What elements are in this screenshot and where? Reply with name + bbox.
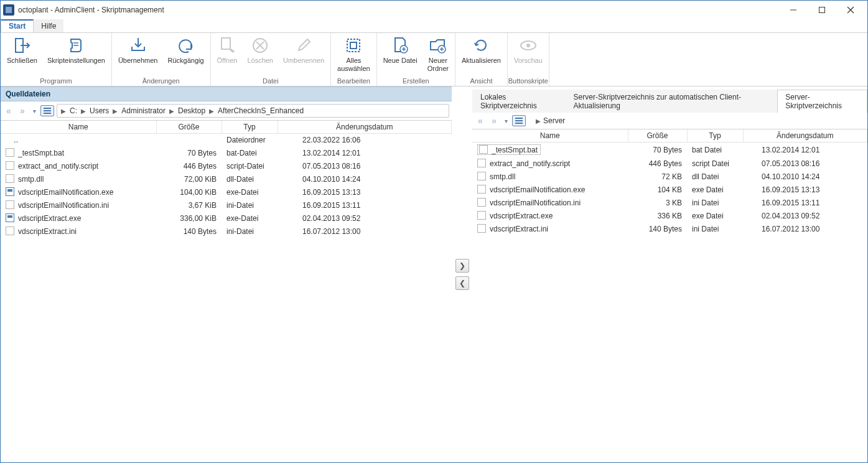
file-icon bbox=[6, 200, 14, 209]
nav-forward-far-icon[interactable]: » bbox=[17, 105, 28, 116]
select-all-button[interactable]: Allesauswählen bbox=[332, 34, 375, 73]
left-navbar: « » ▾ ▶ C: ▶ Users ▶ Administrator ▶ Des… bbox=[1, 101, 452, 121]
file-icon bbox=[477, 185, 486, 194]
col-date[interactable]: Änderungsdatum bbox=[278, 121, 452, 134]
group-program-label: Programm bbox=[1, 77, 111, 86]
file-row[interactable]: smtp.dll72 KBdll Datei04.10.2010 14:24 bbox=[472, 170, 867, 183]
right-navbar: « » ▾ ▶ Server bbox=[472, 113, 867, 129]
group-create-label: Erstellen bbox=[377, 77, 455, 86]
file-row[interactable]: vdscriptExtract.ini140 Bytesini-Datei16.… bbox=[1, 225, 452, 238]
file-row[interactable]: vdscriptEmailNotification.ini3 KBini Dat… bbox=[472, 196, 867, 209]
close-button[interactable] bbox=[836, 1, 865, 19]
new-folder-button[interactable]: NeuerOrdner bbox=[422, 34, 454, 73]
file-icon bbox=[477, 198, 486, 207]
nav-history-dropdown[interactable]: ▾ bbox=[30, 105, 38, 116]
col-name[interactable]: Name bbox=[472, 129, 628, 143]
file-icon bbox=[477, 159, 486, 167]
left-filelist[interactable]: Name Größe Typ Änderungsdatum .. Dateior… bbox=[1, 121, 452, 462]
refresh-button[interactable]: Aktualisieren bbox=[457, 34, 506, 66]
transfer-column: ❯ ❮ bbox=[452, 87, 472, 462]
tab-server-auto[interactable]: Server-Skriptverzeichnis zur automatisch… bbox=[566, 90, 778, 113]
group-edit-label: Bearbeiten bbox=[331, 77, 376, 86]
view-list-toggle[interactable] bbox=[40, 105, 54, 116]
target-pane: Lokales Skriptverzeichnis Server-Skriptv… bbox=[472, 87, 867, 462]
undo-icon bbox=[176, 35, 196, 55]
file-icon bbox=[6, 148, 14, 157]
nav-back-far-icon[interactable]: « bbox=[475, 115, 486, 126]
file-row[interactable]: _testSmpt.bat70 Bytesbat Datei13.02.2014… bbox=[472, 143, 867, 157]
col-type[interactable]: Typ bbox=[687, 129, 743, 143]
nav-back-far-icon[interactable]: « bbox=[3, 105, 14, 116]
close-script-button[interactable]: Schließen bbox=[2, 34, 42, 66]
group-changes-label: Änderungen bbox=[112, 77, 210, 86]
file-icon bbox=[6, 187, 14, 196]
file-row[interactable]: vdscriptEmailNotification.ini3,67 KiBini… bbox=[1, 199, 452, 212]
col-name[interactable]: Name bbox=[1, 121, 156, 134]
file-row[interactable]: vdscriptEmailNotification.exe104 KBexe D… bbox=[472, 183, 867, 196]
file-row[interactable]: _testSmpt.bat70 Bytesbat-Datei13.02.2014… bbox=[1, 146, 452, 159]
preview-button[interactable]: Vorschau bbox=[509, 34, 548, 66]
rename-icon bbox=[294, 35, 314, 55]
right-breadcrumb[interactable]: Server bbox=[543, 116, 565, 125]
new-file-icon bbox=[390, 35, 410, 55]
col-size[interactable]: Größe bbox=[628, 129, 687, 143]
right-tabs: Lokales Skriptverzeichnis Server-Skriptv… bbox=[472, 87, 867, 113]
undo-button[interactable]: Rückgängig bbox=[162, 34, 208, 66]
transfer-left-button[interactable]: ❮ bbox=[455, 276, 469, 290]
right-filelist[interactable]: Name Größe Typ Änderungsdatum _testSmpt.… bbox=[472, 129, 867, 462]
source-pane: Quelldateien « » ▾ ▶ C: ▶ Users ▶ Admini… bbox=[1, 87, 452, 462]
chevron-right-icon: ▶ bbox=[61, 108, 66, 115]
file-row[interactable]: extract_and_notify.script446 Bytesscript… bbox=[1, 159, 452, 172]
script-settings-button[interactable]: Skripteinstellungen bbox=[42, 34, 110, 66]
file-row[interactable]: vdscriptEmailNotification.exe104,00 KiBe… bbox=[1, 185, 452, 199]
col-type[interactable]: Typ bbox=[222, 121, 278, 134]
menu-bar: Start Hilfe bbox=[1, 19, 867, 33]
left-breadcrumb[interactable]: ▶ C: ▶ Users ▶ Administrator ▶ Desktop ▶… bbox=[57, 104, 449, 118]
ribbon: Schließen Skripteinstellungen Programm Ü… bbox=[1, 33, 867, 87]
rename-button[interactable]: Umbenennen bbox=[278, 34, 329, 66]
select-all-icon bbox=[343, 35, 363, 55]
file-icon bbox=[479, 145, 488, 154]
file-icon bbox=[6, 174, 14, 183]
group-view-label: Ansicht bbox=[455, 77, 507, 86]
file-row[interactable]: vdscriptExtract.ini140 Bytesini Datei16.… bbox=[472, 222, 867, 235]
app-icon bbox=[3, 4, 14, 16]
file-icon bbox=[477, 172, 486, 180]
tab-local[interactable]: Lokales Skriptverzeichnis bbox=[472, 90, 566, 113]
nav-forward-far-icon[interactable]: » bbox=[488, 115, 500, 126]
col-size[interactable]: Größe bbox=[156, 121, 222, 134]
transfer-right-button[interactable]: ❯ bbox=[455, 259, 469, 273]
file-icon bbox=[6, 227, 14, 235]
titlebar: octoplant - AdminClient - Skriptmanageme… bbox=[1, 1, 867, 19]
new-folder-icon bbox=[428, 35, 448, 55]
delete-button[interactable]: Löschen bbox=[242, 34, 278, 66]
col-date[interactable]: Änderungsdatum bbox=[743, 129, 867, 143]
menu-tab-help[interactable]: Hilfe bbox=[34, 19, 63, 32]
refresh-icon bbox=[471, 35, 491, 55]
close-door-icon bbox=[12, 35, 32, 55]
window-title: octoplant - AdminClient - Skriptmanageme… bbox=[18, 6, 779, 14]
eye-icon bbox=[518, 35, 538, 55]
svg-rect-1 bbox=[819, 7, 825, 13]
apply-button[interactable]: Übernehmen bbox=[113, 34, 163, 66]
file-row[interactable]: extract_and_notify.script446 Bytesscript… bbox=[472, 157, 867, 170]
file-row[interactable]: vdscriptExtract.exe336 KBexe Datei02.04.… bbox=[472, 209, 867, 222]
nav-history-dropdown[interactable]: ▾ bbox=[502, 115, 510, 126]
menu-tab-start[interactable]: Start bbox=[1, 19, 34, 32]
svg-rect-12 bbox=[350, 42, 357, 49]
file-row[interactable]: vdscriptExtract.exe336,00 KiBexe-Datei02… bbox=[1, 212, 452, 225]
tab-server[interactable]: Server-Skriptverzeichnis bbox=[777, 90, 867, 113]
svg-rect-7 bbox=[222, 38, 230, 49]
file-icon bbox=[477, 211, 486, 220]
svg-rect-11 bbox=[347, 39, 360, 52]
parent-row[interactable]: .. Dateiordner 22.03.2022 16:06 bbox=[1, 134, 452, 147]
apply-icon bbox=[128, 35, 148, 55]
minimize-button[interactable] bbox=[779, 1, 808, 19]
file-icon bbox=[6, 161, 14, 170]
new-file-button[interactable]: Neue Datei bbox=[378, 34, 422, 66]
maximize-button[interactable] bbox=[808, 1, 836, 19]
group-file-label: Datei bbox=[211, 77, 330, 86]
file-row[interactable]: smtp.dll72,00 KiBdll-Datei04.10.2010 14:… bbox=[1, 172, 452, 185]
view-list-toggle[interactable] bbox=[512, 115, 526, 126]
open-button[interactable]: Öffnen bbox=[212, 34, 243, 66]
